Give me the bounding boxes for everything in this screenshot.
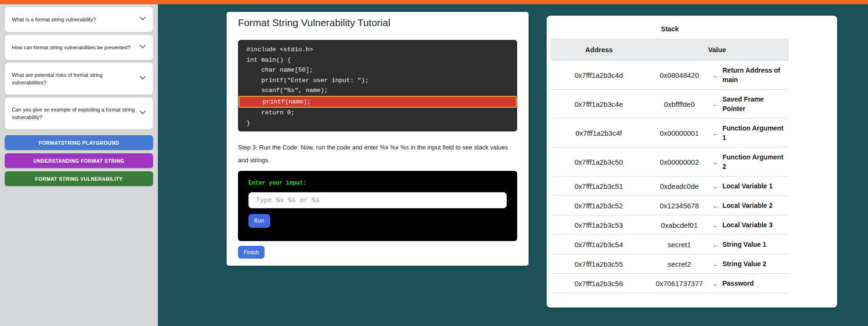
stack-annotation-cell: ←String Value 1 — [713, 240, 788, 249]
stack-table-row: 0x7fff1a2b3c54secret1←String Value 1 — [551, 235, 788, 254]
stack-annotation-label: Password — [722, 279, 754, 288]
chevron-down-icon — [139, 43, 146, 52]
question-label: How can format string vulnerabilities be… — [12, 44, 139, 51]
input-prompt-label: Enter your input: — [248, 180, 507, 186]
stack-value-cell: secret1 — [646, 241, 713, 249]
question-label: What are potential risks of format strin… — [12, 71, 139, 86]
stack-annotation-label: Function Argument 1 — [722, 123, 788, 142]
stack-value-cell: secret2 — [646, 260, 713, 268]
question-label: What is a format string vulnerability? — [12, 16, 139, 23]
stack-annotation-label: Local Variable 2 — [722, 201, 773, 210]
accordion-question-header[interactable]: How can format string vulnerabilities be… — [5, 35, 153, 60]
terminal-panel: Enter your input: Run — [238, 171, 517, 241]
left-arrow-icon: ← — [713, 71, 720, 79]
stack-table-row: 0x7fff1a2b3c55secret2←String Value 2 — [551, 254, 788, 274]
chevron-down-icon — [139, 75, 146, 83]
stack-annotation-label: Saved Frame Pointer — [722, 94, 788, 113]
stack-address-cell: 0x7fff1a2b3c4e — [551, 100, 646, 108]
stack-address-cell: 0x7fff1a2b3c55 — [551, 260, 646, 268]
code-line: return 0; — [238, 108, 517, 118]
stack-address-cell: 0x7fff1a2b3c51 — [551, 182, 646, 190]
stack-annotation-cell: ←Return Address of main — [713, 65, 788, 84]
format-string-input[interactable] — [248, 192, 507, 208]
stack-annotation-cell: ←Password — [713, 279, 788, 288]
stack-title: Stack — [551, 22, 788, 39]
code-line: printf("Enter user input: "); — [238, 75, 517, 86]
stack-table-row: 0x7fff1a2b3c4d0x08048420←Return Address … — [551, 61, 788, 90]
code-line: int main() { — [238, 55, 517, 65]
stack-annotation-label: Local Variable 1 — [722, 181, 773, 191]
stack-address-cell: 0x7fff1a2b3c4f — [551, 129, 646, 137]
left-arrow-icon: ← — [713, 260, 720, 268]
stack-table: Stack Address Value 0x7fff1a2b3c4d0x0804… — [551, 22, 788, 293]
left-arrow-icon: ← — [713, 182, 720, 190]
code-block: #include <stdio.h>int main() { char name… — [238, 40, 517, 131]
stack-address-cell: 0x7fff1a2b3c52 — [551, 202, 646, 210]
stack-panel: Stack Address Value 0x7fff1a2b3c4d0x0804… — [547, 16, 837, 307]
top-accent-bar — [0, 0, 868, 4]
stack-annotation-cell: ←Saved Frame Pointer — [713, 94, 788, 113]
sidebar: What is a format string vulnerability?Ho… — [0, 4, 158, 326]
stack-value-cell: 0x7061737377 — [646, 279, 713, 288]
stack-value-cell: 0x12345678 — [646, 202, 713, 210]
stack-value-cell: 0x00000001 — [646, 129, 713, 137]
left-arrow-icon: ← — [713, 158, 720, 166]
stack-address-cell: 0x7fff1a2b3c54 — [551, 241, 646, 249]
stack-annotation-label: String Value 2 — [722, 259, 767, 269]
left-arrow-icon: ← — [713, 129, 720, 137]
chevron-down-icon — [139, 15, 146, 24]
stack-table-body: 0x7fff1a2b3c4d0x08048420←Return Address … — [551, 61, 788, 293]
page-title: Format String Vulnerability Tutorial — [238, 17, 390, 28]
stack-table-row: 0x7fff1a2b3c530xabcdef01←Local Variable … — [551, 215, 788, 235]
stack-table-row: 0x7fff1a2b3c4e0xbffffde0←Saved Frame Poi… — [551, 90, 788, 119]
stack-annotation-cell: ←Function Argument 2 — [713, 152, 788, 171]
address-column-header: Address — [552, 46, 646, 54]
left-arrow-icon: ← — [713, 241, 720, 249]
stack-annotation-label: Return Address of main — [722, 65, 788, 84]
stack-address-cell: 0x7fff1a2b3c50 — [551, 158, 646, 166]
run-button[interactable]: Run — [248, 214, 270, 228]
stack-value-cell: 0xabcdef01 — [646, 221, 713, 229]
finish-button[interactable]: Finish — [238, 246, 265, 259]
sidebar-nav-button[interactable]: FORMATSTRING PLAYGROUND — [5, 135, 153, 150]
stack-table-row: 0x7fff1a2b3c4f0x00000001←Function Argume… — [551, 119, 788, 148]
stack-address-cell: 0x7fff1a2b3c53 — [551, 221, 646, 229]
stack-annotation-cell: ←String Value 2 — [713, 259, 788, 269]
tutorial-card: Format String Vulnerability Tutorial #in… — [227, 12, 529, 266]
stack-annotation-cell: ←Local Variable 2 — [713, 201, 788, 210]
sidebar-nav-button[interactable]: UNDERSTANDING FORMAT STRING — [5, 153, 153, 168]
stack-value-cell: 0xbffffde0 — [646, 100, 713, 108]
code-line: } — [238, 118, 517, 129]
code-line: char name[50]; — [238, 65, 517, 75]
sidebar-button-group: FORMATSTRING PLAYGROUNDUNDERSTANDING FOR… — [5, 135, 153, 186]
stack-value-cell: 0x00000002 — [646, 158, 713, 166]
code-line: #include <stdio.h> — [238, 45, 517, 55]
stack-address-cell: 0x7fff1a2b3c56 — [551, 279, 646, 288]
left-arrow-icon: ← — [713, 279, 720, 288]
chevron-down-icon — [139, 109, 146, 118]
accordion-question-header[interactable]: Can you give an example of exploiting a … — [5, 97, 153, 130]
step-instructions: Step 3: Run the Code. Now, run the code … — [238, 141, 519, 167]
stack-table-row: 0x7fff1a2b3c520x12345678←Local Variable … — [551, 196, 788, 215]
left-arrow-icon: ← — [713, 202, 720, 210]
stack-annotation-label: Function Argument 2 — [722, 152, 788, 171]
stack-annotation-cell: ←Function Argument 1 — [713, 123, 788, 142]
stack-table-row: 0x7fff1a2b3c500x00000002←Function Argume… — [551, 148, 788, 177]
sidebar-nav-button[interactable]: FORMAT STRING VULNERABILITY — [5, 171, 153, 186]
question-accordion-list: What is a format string vulnerability?Ho… — [5, 7, 153, 130]
stack-value-cell: 0x08048420 — [646, 71, 713, 79]
question-label: Can you give an example of exploiting a … — [12, 106, 139, 121]
highlighted-code-line: printf(name); — [238, 96, 517, 108]
accordion-question-header[interactable]: What is a format string vulnerability? — [5, 7, 153, 32]
stack-annotation-label: String Value 1 — [722, 240, 767, 249]
stack-table-row: 0x7fff1a2b3c510xdeadc0de←Local Variable … — [551, 177, 788, 196]
stack-annotation-label: Local Variable 3 — [722, 220, 773, 230]
stack-table-header: Address Value — [551, 39, 788, 61]
stack-value-cell: 0xdeadc0de — [646, 182, 713, 190]
stack-annotation-cell: ←Local Variable 3 — [713, 220, 788, 230]
stack-table-row: 0x7fff1a2b3c560x7061737377←Password — [551, 274, 788, 293]
left-arrow-icon: ← — [713, 100, 720, 108]
accordion-question-header[interactable]: What are potential risks of format strin… — [5, 63, 153, 95]
stack-address-cell: 0x7fff1a2b3c4d — [551, 71, 646, 79]
stack-annotation-cell: ←Local Variable 1 — [713, 181, 788, 191]
